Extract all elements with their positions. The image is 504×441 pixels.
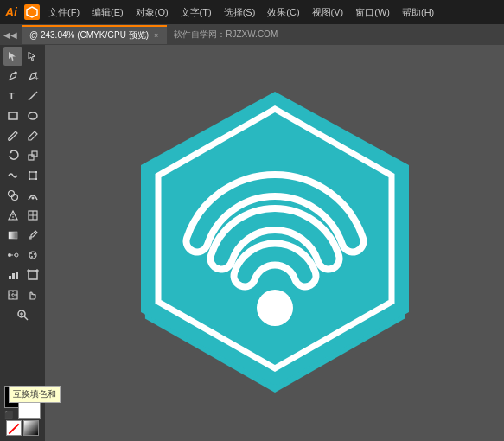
ellipse-tool[interactable] [23, 106, 42, 125]
tab-close-button[interactable]: × [152, 30, 160, 41]
line-tool[interactable] [23, 86, 42, 105]
svg-point-17 [31, 197, 34, 200]
scale-tool[interactable] [23, 146, 42, 165]
pencil-tool[interactable] [23, 126, 42, 145]
paintbrush-tool[interactable] [3, 126, 22, 145]
svg-point-24 [15, 253, 18, 257]
app-logo: Ai [5, 5, 17, 19]
symbol-tool[interactable] [23, 246, 42, 265]
tool-row-shapebuilder [0, 186, 45, 205]
hand-tool[interactable] [23, 285, 42, 304]
tool-row-paint [0, 126, 45, 145]
svg-point-49 [257, 290, 293, 326]
tool-row-type: T [0, 86, 45, 105]
color-extra-row [6, 420, 39, 436]
mesh-tool[interactable] [23, 206, 42, 225]
menu-select[interactable]: 选择(S) [219, 4, 261, 21]
warp-tool[interactable] [3, 166, 22, 185]
canvas-area[interactable] [45, 45, 504, 441]
zoom-tool[interactable] [13, 305, 32, 324]
tool-row-pen: + [0, 67, 45, 86]
graph-tool[interactable] [3, 265, 22, 284]
rotate-tool[interactable] [3, 146, 22, 165]
toolbar: + T [0, 45, 45, 441]
svg-point-15 [8, 191, 14, 197]
svg-point-1 [14, 72, 16, 74]
reset-colors-icon[interactable]: ⬛ [4, 411, 13, 419]
svg-rect-12 [35, 171, 37, 173]
svg-rect-5 [9, 112, 17, 119]
svg-point-26 [29, 252, 36, 259]
slice-tool[interactable] [3, 285, 22, 304]
tab-bar: ◀◀ @ 243.04% (CMYK/GPU 预览) × 软件自学网：RJZXW… [0, 24, 504, 45]
svg-rect-11 [29, 171, 30, 173]
tool-row-warp [0, 166, 45, 185]
color-section: ⇆ ⬛ 互换填色和 [0, 382, 45, 439]
tool-row-zoom [0, 305, 45, 324]
menu-view[interactable]: 视图(V) [307, 4, 349, 21]
svg-rect-8 [29, 155, 34, 160]
tool-row-perspective [0, 206, 45, 225]
tab-document[interactable]: @ 243.04% (CMYK/GPU 预览) × [22, 25, 167, 44]
tool-row-shape [0, 106, 45, 125]
shape-builder-tool[interactable] [3, 186, 22, 205]
menu-text[interactable]: 文字(T) [175, 4, 217, 21]
tool-row-selection [0, 47, 45, 66]
svg-rect-14 [35, 178, 37, 180]
menu-object[interactable]: 对象(O) [131, 4, 174, 21]
rectangle-tool[interactable] [3, 106, 22, 125]
swap-tooltip: 互换填色和 [9, 386, 61, 403]
hex-wifi-icon [111, 79, 439, 407]
type-tool[interactable]: T [3, 86, 22, 105]
svg-point-16 [11, 195, 17, 201]
svg-point-6 [29, 112, 37, 119]
direct-selection-tool[interactable] [23, 47, 42, 66]
svg-rect-31 [12, 273, 15, 279]
menu-bar: 文件(F) 编辑(E) 对象(O) 文字(T) 选择(S) 效果(C) 视图(V… [43, 4, 499, 21]
tool-row-blend [0, 246, 45, 265]
gradient-tool[interactable] [3, 226, 22, 245]
app-icon [24, 4, 40, 20]
svg-rect-32 [16, 272, 18, 279]
tool-row-gradient [0, 226, 45, 245]
menu-file[interactable]: 文件(F) [43, 4, 85, 21]
menu-effect[interactable]: 效果(C) [262, 4, 304, 21]
main-area: + T [0, 45, 504, 441]
none-color-box[interactable] [6, 420, 22, 436]
svg-point-23 [8, 253, 11, 257]
artwork [111, 79, 439, 407]
artboard-tool[interactable] [23, 265, 42, 284]
gradient-color-box[interactable] [23, 420, 39, 436]
selection-tool[interactable] [3, 47, 22, 66]
free-transform-tool[interactable] [23, 166, 42, 185]
menu-help[interactable]: 帮助(H) [397, 4, 439, 21]
tool-row-graph [0, 265, 45, 284]
svg-line-4 [29, 92, 37, 100]
svg-marker-0 [27, 7, 37, 17]
pen-tool[interactable] [3, 67, 22, 86]
title-bar: Ai 文件(F) 编辑(E) 对象(O) 文字(T) 选择(S) 效果(C) 视… [0, 0, 504, 24]
menu-window[interactable]: 窗口(W) [350, 4, 395, 21]
live-paint-tool[interactable] [23, 186, 42, 205]
svg-point-29 [31, 256, 33, 258]
svg-rect-22 [9, 232, 17, 239]
svg-point-27 [30, 252, 32, 254]
svg-rect-10 [29, 172, 36, 179]
svg-marker-47 [141, 92, 409, 386]
add-anchor-tool[interactable]: + [23, 67, 42, 86]
tab-label: @ 243.04% (CMYK/GPU 预览) [29, 29, 149, 42]
tool-row-slice [0, 285, 45, 304]
svg-rect-33 [29, 271, 37, 279]
tab-url: 软件自学网：RJZXW.COM [174, 29, 278, 41]
svg-point-28 [34, 253, 35, 255]
blend-tool[interactable] [3, 246, 22, 265]
svg-line-41 [24, 316, 28, 320]
menu-edit[interactable]: 编辑(E) [86, 4, 129, 21]
eyedropper-tool[interactable] [23, 226, 42, 245]
svg-text:+: + [35, 74, 39, 82]
svg-rect-30 [9, 276, 11, 279]
svg-rect-13 [29, 178, 30, 180]
panel-collapse-icon[interactable]: ◀◀ [3, 30, 17, 40]
svg-text:T: T [9, 91, 15, 101]
perspective-grid-tool[interactable] [3, 206, 22, 225]
